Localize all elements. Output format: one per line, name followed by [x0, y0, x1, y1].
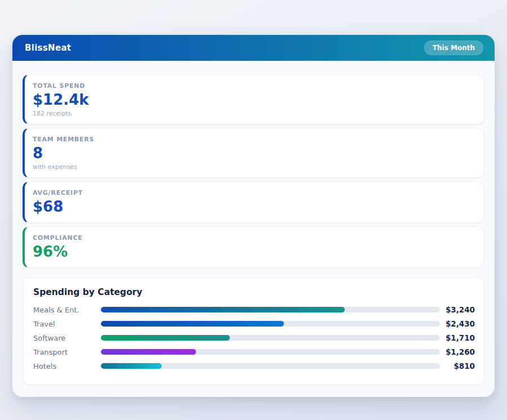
bar-fill [101, 307, 345, 312]
category-label: Hotels [33, 362, 101, 370]
stat-value: $12.4k [33, 92, 476, 109]
category-value: $2,430 [440, 319, 475, 328]
category-label: Software [33, 334, 101, 342]
bar-track [101, 307, 440, 312]
stat-card-compliance: COMPLIANCE 96% [23, 226, 484, 268]
category-row: Travel$2,430 [33, 317, 475, 331]
spending-by-category-card: Spending by Category Meals & Ent.$3,240T… [23, 277, 484, 385]
stat-value: 96% [33, 244, 476, 261]
stat-card-avg-receipt: AVG/RECEIPT $68 [23, 181, 484, 223]
category-bar-list: Meals & Ent.$3,240Travel$2,430Software$1… [33, 303, 475, 373]
bar-fill [101, 321, 284, 327]
stat-value: $68 [33, 199, 476, 216]
dashboard-content: TOTAL SPEND $12.4k 182 receipts TEAM MEM… [12, 61, 495, 397]
bar-track [101, 349, 440, 355]
chart-title: Spending by Category [33, 287, 475, 297]
page-background: BlissNeat This Month TOTAL SPEND $12.4k … [0, 35, 507, 397]
category-label: Transport [33, 348, 101, 356]
stat-value: 8 [33, 145, 476, 162]
app-title: BlissNeat [25, 43, 71, 53]
bar-fill [101, 335, 230, 341]
stat-label: COMPLIANCE [33, 234, 476, 242]
category-value: $3,240 [440, 305, 475, 314]
bar-fill [101, 363, 162, 369]
category-label: Meals & Ent. [33, 306, 101, 314]
category-value: $1,710 [440, 333, 475, 342]
stat-label: AVG/RECEIPT [33, 189, 476, 196]
category-row: Software$1,710 [33, 331, 475, 345]
app-header: BlissNeat This Month [12, 35, 495, 61]
stat-label: TOTAL SPEND [33, 82, 476, 90]
category-label: Travel [33, 320, 101, 328]
stat-subtext: with expenses [33, 163, 476, 171]
bar-fill [101, 349, 196, 355]
category-value: $1,260 [440, 347, 475, 356]
period-badge[interactable]: This Month [424, 41, 483, 55]
stat-card-total-spend: TOTAL SPEND $12.4k 182 receipts [23, 74, 484, 124]
bar-track [101, 335, 440, 341]
stat-label: TEAM MEMBERS [33, 136, 476, 143]
bar-track [101, 363, 440, 369]
category-row: Meals & Ent.$3,240 [33, 303, 475, 317]
category-row: Hotels$810 [33, 359, 475, 373]
dashboard-panel: BlissNeat This Month TOTAL SPEND $12.4k … [12, 35, 495, 397]
stat-subtext: 182 receipts [33, 110, 476, 117]
category-row: Transport$1,260 [33, 345, 475, 359]
category-value: $810 [440, 361, 475, 370]
stat-card-team-members: TEAM MEMBERS 8 with expenses [23, 128, 484, 178]
bar-track [101, 321, 440, 327]
stats-section: TOTAL SPEND $12.4k 182 receipts TEAM MEM… [23, 74, 484, 268]
